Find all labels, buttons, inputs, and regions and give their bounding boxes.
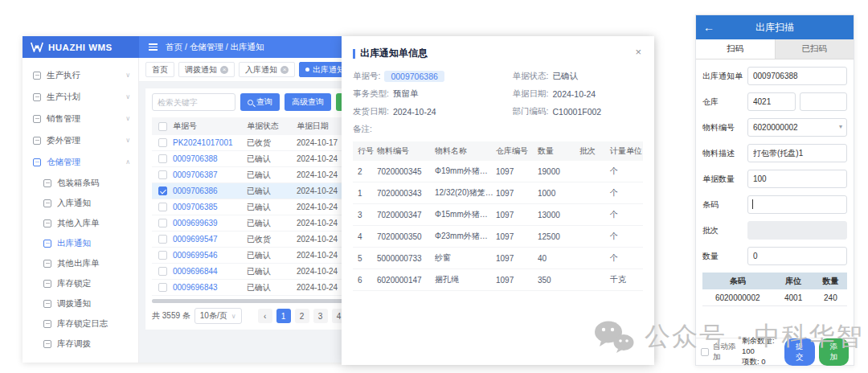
modal-table-row[interactable]: 2 7020000345 Φ19mm外猪… 1097 19000 个 (353, 161, 643, 182)
warehouse-input[interactable] (747, 92, 796, 111)
col-line-no: 行号 (353, 146, 377, 157)
page-button-3[interactable]: 3 (313, 309, 328, 323)
search-input[interactable] (152, 93, 235, 111)
col-doc-number: 单据号 (173, 121, 247, 132)
close-icon[interactable]: × (635, 47, 641, 57)
doc-number-link[interactable]: 0009706386 (173, 186, 247, 195)
page-button-2[interactable]: 2 (295, 309, 309, 323)
doc-number-link[interactable]: 0009706387 (173, 170, 247, 179)
row-checkbox[interactable] (158, 203, 167, 211)
modal-table-row[interactable]: 6 6020000147 捆孔绳 1097 350 千克 (353, 269, 643, 291)
menu-collapse-icon[interactable] (149, 43, 158, 51)
doc-status: 已确认 (247, 282, 297, 293)
modal-info: 单据号: 0009706386 单据状态: 已确认 事务类型: 预留单 单据日期… (342, 68, 654, 135)
ship-date-label: 发货日期: (353, 106, 389, 117)
doc-number-chip[interactable]: 0009706386 (384, 71, 444, 82)
scanned-table-row[interactable]: 6020000002 4001 240 (702, 289, 847, 306)
row-checkbox[interactable] (158, 170, 167, 179)
row-checkbox[interactable] (158, 283, 167, 292)
row-checkbox[interactable] (158, 267, 167, 276)
sidebar-item-other-inbound[interactable]: 其他入库单 (23, 213, 138, 233)
doc-number-link[interactable]: 0009699547 (173, 235, 247, 244)
doc-number-link[interactable]: 0009696844 (173, 267, 247, 276)
sidebar-item-production-plan[interactable]: 生产计划 ∨ (23, 86, 138, 108)
close-icon[interactable]: × (280, 66, 289, 74)
barcode-input[interactable] (747, 195, 847, 214)
remaining-qty: 剩余数量: 100 (742, 336, 775, 355)
dropdown-caret-icon[interactable]: ▾ (839, 123, 842, 130)
sidebar-item-outsourcing[interactable]: 委外管理 ∨ (23, 129, 138, 151)
doc-number-label: 单据号: (353, 71, 380, 82)
scanned-table-header: 条码 库位 数量 (702, 273, 847, 289)
scan-stats: 剩余数量: 100 项数: 0 (742, 336, 780, 367)
col-warehouse-code: 仓库编号 (496, 146, 538, 157)
doc-number-link[interactable]: 0009696843 (173, 283, 247, 292)
row-checkbox[interactable] (158, 251, 167, 260)
scan-form: 出库通知单 仓库 物料编号 ▾ 物料描述 单据数量 条码 (696, 59, 854, 265)
doc-number-link[interactable]: 0009706385 (173, 203, 247, 211)
submit-button[interactable]: 提交 (784, 338, 814, 366)
doc-number-link[interactable]: 0009706388 (173, 154, 247, 163)
sidebar-item-stock-transfer[interactable]: 库存调拨 (23, 334, 138, 354)
sidebar-item-other-outbound[interactable]: 其他出库单 (23, 253, 138, 273)
lock-icon (43, 280, 51, 288)
sidebar-item-transfer-notice[interactable]: 调拨通知 (23, 293, 138, 314)
modal-table-row[interactable]: 5 5000000733 纱窗 1097 40 个 (353, 248, 643, 269)
pagination-total: 共 3559 条 (152, 310, 190, 322)
page-size-select[interactable]: 10条/页 ∨ (194, 308, 242, 324)
tab-home[interactable]: 首页 (145, 62, 174, 77)
close-icon[interactable]: × (220, 66, 228, 74)
add-scan-button[interactable]: 添加 (819, 338, 849, 366)
sidebar-item-sales[interactable]: 销售管理 ∨ (23, 108, 138, 129)
sidebar-item-box-barcode[interactable]: 包装箱条码 (23, 173, 138, 193)
warehouse-icon (33, 158, 41, 166)
doc-number-link[interactable]: PK20241017001 (173, 138, 247, 147)
sidebar-item-inbound-notice[interactable]: 入库通知 (23, 193, 138, 213)
auto-add-checkbox[interactable] (701, 348, 709, 356)
doc-qty-input[interactable] (747, 170, 847, 188)
remark-label: 备注: (353, 124, 372, 135)
prev-page-button[interactable]: ‹ (258, 309, 272, 323)
row-checkbox[interactable] (158, 138, 167, 147)
select-all-checkbox[interactable] (158, 122, 167, 131)
qty-input[interactable] (747, 247, 847, 265)
row-checkbox[interactable] (158, 235, 167, 244)
row-checkbox[interactable] (158, 219, 167, 227)
row-checkbox[interactable] (158, 186, 167, 195)
modal-table-row[interactable]: 3 7020000347 Φ15mm外猪… 1097 13000 个 (353, 204, 643, 226)
sidebar-item-stock-lock[interactable]: 库存锁定 (23, 273, 138, 293)
sidebar-item-warehouse[interactable]: 仓储管理 ∧ (23, 151, 138, 173)
modal-table-row[interactable]: 4 7020000350 Φ23mm外猪… 1097 12500 个 (353, 226, 643, 248)
back-arrow-icon[interactable]: ← (703, 15, 714, 39)
material-desc-label: 物料描述 (702, 148, 747, 159)
outbound-notice-input[interactable] (747, 67, 847, 85)
sidebar-item-label: 销售管理 (47, 113, 80, 125)
modal-table-row[interactable]: 1 7020000343 12/32(20)猪笼… 1097 1000 个 (353, 182, 643, 204)
sidebar-item-label: 库存调拨 (57, 338, 91, 350)
tab-scan[interactable]: 扫码 (696, 39, 776, 59)
material-desc-input[interactable] (747, 144, 847, 162)
batch-input (747, 221, 847, 240)
sidebar-item-label: 调拨通知 (57, 298, 91, 309)
tab-transfer-notice[interactable]: 调拨通知 × (178, 62, 235, 77)
doc-number-link[interactable]: 0009699639 (173, 219, 247, 227)
modal-title: 出库通知单信息 (360, 47, 428, 60)
modal-title-row: 出库通知单信息 (342, 36, 654, 68)
txn-type-label: 事务类型: (353, 88, 389, 100)
sidebar-item-outbound-notice[interactable]: 出库通知 (23, 233, 138, 253)
sidebar-item-production-exec[interactable]: 生产执行 ∨ (23, 64, 138, 86)
page-button-1[interactable]: 1 (276, 309, 291, 323)
doc-number-link[interactable]: 0009699546 (173, 251, 247, 260)
warehouse-sub-input[interactable] (800, 92, 848, 111)
outbound-notice-detail-modal: 出库通知单信息 × 单据号: 0009706386 单据状态: 已确认 事务类型… (342, 36, 654, 365)
sidebar-item-stock-lock-log[interactable]: 库存锁定日志 (23, 314, 138, 334)
tab-scanned[interactable]: 已扫码 (776, 39, 854, 59)
tab-inbound-notice[interactable]: 入库通知 × (239, 62, 295, 77)
tab-label: 调拨通知 (185, 64, 217, 76)
search-button[interactable]: 查询 (240, 93, 280, 111)
material-code-select[interactable] (747, 118, 847, 137)
row-checkbox[interactable] (158, 154, 167, 163)
dept-code-label: 部门编码: (513, 106, 549, 117)
doc-status-value: 已确认 (552, 71, 578, 82)
advanced-search-button[interactable]: 高级查询 (285, 93, 331, 111)
